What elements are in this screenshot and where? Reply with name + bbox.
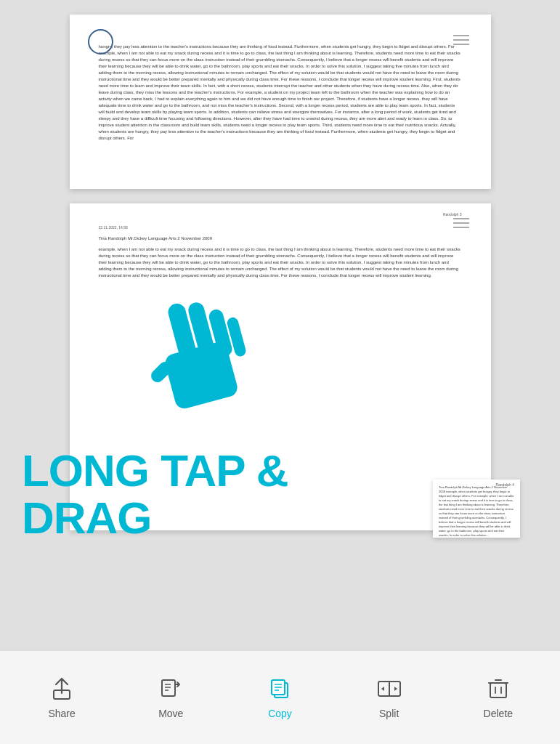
split-label: Split [379, 708, 399, 719]
svg-rect-18 [490, 683, 506, 698]
hamburger-line [453, 44, 469, 45]
hamburger-line [453, 222, 469, 224]
bottom-toolbar: Share Move Copy [0, 650, 560, 744]
share-icon [49, 676, 75, 702]
page-container: hungry, they pay less attention to the t… [0, 0, 560, 545]
share-label: Share [48, 708, 75, 719]
copy-icon [267, 676, 293, 702]
document-page-1: hungry, they pay less attention to the t… [70, 15, 491, 189]
move-icon [158, 676, 184, 702]
page-2-header-right: Randolph 3 [443, 212, 462, 217]
move-button[interactable]: Move [142, 676, 200, 719]
svg-rect-7 [162, 680, 175, 696]
document-page-2: 22.11.2022, 14:58 Randolph 3 Tina Randol… [70, 203, 491, 530]
move-label: Move [158, 708, 183, 719]
delete-icon [485, 676, 511, 702]
hamburger-line [453, 218, 469, 219]
main-area: hungry, they pay less attention to the t… [0, 0, 560, 650]
page-2-name: Tina Randolph Mr.Dickey Language Arts 2 … [99, 235, 462, 242]
hamburger-line [453, 35, 469, 36]
page-2-text: example, when I am not able to eat my sn… [99, 246, 462, 279]
page-2-date: 22.11.2022, 14:58 [99, 225, 462, 230]
delete-button[interactable]: Delete [469, 676, 527, 719]
hamburger-line [453, 39, 469, 41]
page-3-text: Tina Randolph Mr.Dickey Language Arts 2 … [439, 485, 514, 538]
split-button[interactable]: Split [360, 676, 418, 719]
split-icon [376, 676, 402, 702]
share-button[interactable]: Share [33, 676, 91, 719]
document-page-3-preview: Randolph 4 Tina Randolph Mr.Dickey Langu… [433, 480, 520, 538]
delete-label: Delete [484, 708, 513, 719]
page-3-num: Randolph 4 [495, 482, 514, 487]
hamburger-icon-1 [453, 35, 469, 45]
copy-label: Copy [268, 708, 292, 719]
copy-button[interactable]: Copy [251, 676, 309, 719]
hamburger-line [453, 227, 469, 228]
hamburger-icon-2 [453, 218, 469, 228]
page-1-text: hungry, they pay less attention to the t… [99, 44, 462, 142]
circle-annotation [88, 29, 113, 54]
